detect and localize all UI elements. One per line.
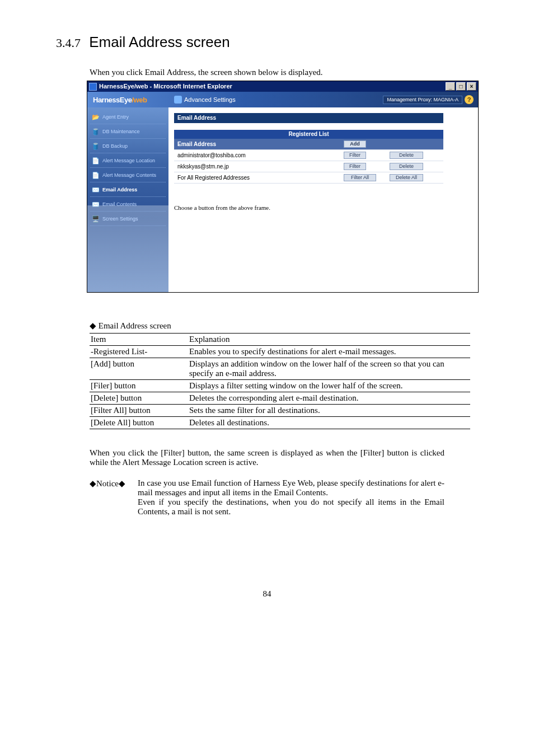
delete-all-button[interactable]: Delete All: [390, 174, 423, 181]
sidebar: 📂 Agent Entry 🛢️ DB Maintenance 🛢️ DB Ba…: [87, 107, 168, 292]
item-cell: [Add] button: [90, 358, 188, 380]
delete-button[interactable]: Delete: [390, 152, 423, 159]
email-address-icon: ✉️: [91, 186, 100, 194]
sidebar-item-db-backup[interactable]: 🛢️ DB Backup: [90, 141, 166, 153]
expl-cell: Displays a filter setting window on the …: [188, 380, 470, 392]
sidebar-item-email-contents[interactable]: ✉️ Email Contents: [90, 199, 166, 212]
registered-list-table: Email Address Add administrator@toshiba.…: [174, 139, 443, 184]
section-title: Email Address screen: [89, 34, 229, 50]
notice-block: ◆Notice◆ In case you use Email function …: [90, 478, 444, 516]
db-maintenance-icon: 🛢️: [91, 128, 100, 135]
sidebar-item-email-address[interactable]: ✉️ Email Address: [90, 185, 166, 197]
section-heading: 3.4.7 Email Address screen: [56, 34, 478, 51]
add-button[interactable]: Add: [344, 140, 366, 148]
filter-button[interactable]: Filter: [344, 163, 366, 170]
alert-contents-icon: 📄: [91, 171, 100, 179]
alert-location-icon: 📄: [91, 157, 100, 165]
ie-icon: [89, 83, 97, 91]
filter-all-button[interactable]: Filter All: [344, 174, 376, 181]
col-header-item: Item: [90, 334, 188, 346]
maximize-button[interactable]: □: [456, 82, 466, 91]
panel-title: Email Address: [174, 113, 443, 123]
main-panel: Email Address Registered List Email Addr…: [168, 107, 478, 292]
filter-button[interactable]: Filter: [344, 152, 366, 159]
window-titlebar: HarnessEye/web - Microsoft Internet Expl…: [87, 81, 478, 92]
table-row: nkkskyas@stm.ne.jp Filter Delete: [174, 161, 443, 172]
page-number: 84: [56, 589, 478, 599]
expl-cell: Displays an addition window on the lower…: [188, 358, 470, 380]
item-cell: [Delete All] button: [90, 417, 188, 429]
app-logo: HarnessEye/web: [87, 96, 174, 104]
db-backup-icon: 🛢️: [91, 142, 100, 150]
delete-button[interactable]: Delete: [390, 163, 423, 170]
window-title: HarnessEye/web - Microsoft Internet Expl…: [99, 83, 232, 90]
sidebar-item-screen-settings[interactable]: 🖥️ Screen Settings: [90, 214, 166, 226]
explanation-table: Item Explanation -Registered List-Enable…: [90, 333, 470, 429]
proxy-label: Management Proxy: MAGNIA-A: [383, 96, 462, 104]
expl-cell: Deletes the corresponding alert e-mail d…: [188, 392, 470, 405]
table-row-all: For All Registered Addresses Filter All …: [174, 172, 443, 184]
minimize-button[interactable]: _: [446, 82, 455, 91]
intro-text: When you click Email Address, the screen…: [90, 68, 478, 77]
advanced-settings-link[interactable]: Advanced Settings: [174, 96, 236, 104]
sidebar-item-db-maintenance[interactable]: 🛢️ DB Maintenance: [90, 126, 166, 139]
sidebar-item-agent-entry[interactable]: 📂 Agent Entry: [90, 112, 166, 124]
agent-icon: 📂: [91, 113, 100, 121]
registered-list-header: Registered List: [174, 130, 443, 139]
item-cell: [Filter All] button: [90, 405, 188, 417]
notice-label: ◆Notice◆: [90, 478, 125, 516]
gear-icon: [174, 96, 182, 104]
col-header-explanation: Explanation: [188, 334, 470, 346]
all-addresses-label: For All Registered Addresses: [174, 172, 340, 184]
sidebar-item-alert-contents[interactable]: 📄 Alert Message Contents: [90, 170, 166, 182]
help-icon[interactable]: ?: [465, 95, 474, 104]
email-cell: administrator@toshiba.com: [174, 150, 340, 161]
sidebar-item-alert-location[interactable]: 📄 Alert Message Location: [90, 156, 166, 168]
close-button[interactable]: ×: [467, 82, 476, 91]
item-cell: [Filer] button: [90, 380, 188, 392]
section-number: 3.4.7: [56, 36, 81, 50]
email-contents-icon: ✉️: [91, 200, 100, 208]
table-caption: ◆ Email Address screen: [90, 321, 478, 331]
email-cell: nkkskyas@stm.ne.jp: [174, 161, 340, 172]
app-screenshot: HarnessEye/web - Microsoft Internet Expl…: [87, 81, 479, 293]
screen-settings-icon: 🖥️: [91, 215, 100, 223]
table-row: administrator@toshiba.com Filter Delete: [174, 150, 443, 161]
item-cell: -Registered List-: [90, 346, 188, 358]
expl-cell: Deletes all destinations.: [188, 417, 470, 429]
paragraph-filter-note: When you click the [Filter] button, the …: [90, 448, 444, 467]
document-page: 3.4.7 Email Address screen When you clic…: [0, 0, 534, 621]
expl-cell: Sets the same filter for all destination…: [188, 405, 470, 417]
item-cell: [Delete] button: [90, 392, 188, 405]
notice-text: In case you use Email function of Harnes…: [138, 478, 444, 516]
app-header: HarnessEye/web Advanced Settings Managem…: [87, 92, 478, 107]
expl-cell: Enables you to specify destinations for …: [188, 346, 470, 358]
lower-frame-message: Choose a button from the above frame.: [174, 205, 443, 211]
col-header-email: Email Address: [174, 139, 340, 150]
